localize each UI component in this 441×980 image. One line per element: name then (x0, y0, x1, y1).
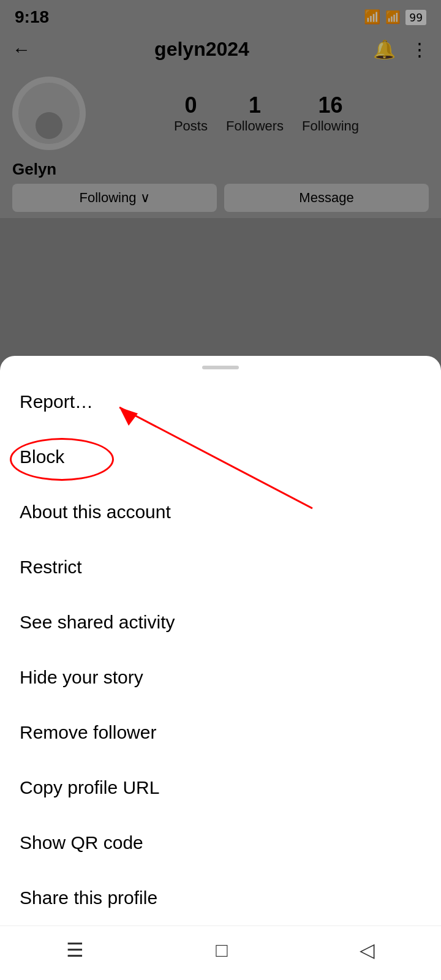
bottom-sheet: Report… Block About this account Restric… (0, 356, 441, 980)
block-menu-item[interactable]: Block (20, 429, 421, 484)
drag-handle (202, 366, 239, 369)
hide-story-menu-item[interactable]: Hide your story (0, 650, 441, 705)
copy-profile-url-menu-item[interactable]: Copy profile URL (0, 760, 441, 815)
home-nav-icon[interactable]: □ (216, 939, 227, 962)
block-container: Block (0, 429, 441, 484)
shared-activity-menu-item[interactable]: See shared activity (0, 595, 441, 650)
share-profile-menu-item[interactable]: Share this profile (0, 870, 441, 925)
about-account-menu-item[interactable]: About this account (0, 484, 441, 540)
show-qr-code-menu-item[interactable]: Show QR code (0, 815, 441, 870)
menu-nav-icon[interactable]: ☰ (66, 938, 84, 962)
back-nav-icon[interactable]: ◁ (360, 938, 375, 962)
nav-bar: ☰ □ ◁ (0, 925, 441, 980)
sheet-handle-area[interactable] (0, 356, 441, 374)
remove-follower-menu-item[interactable]: Remove follower (0, 705, 441, 760)
restrict-menu-item[interactable]: Restrict (0, 540, 441, 595)
report-menu-item[interactable]: Report… (0, 374, 441, 429)
